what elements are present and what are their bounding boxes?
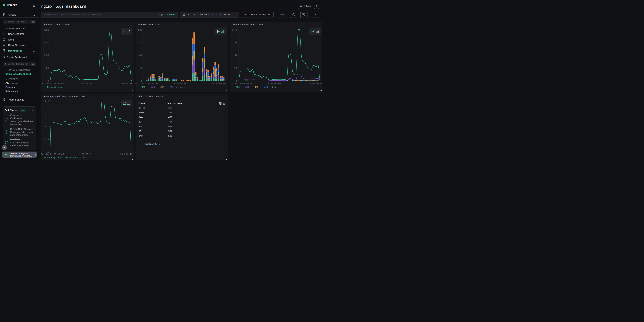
svg-text:0: 0 — [48, 80, 49, 82]
svg-text:1.4: 1.4 — [45, 100, 49, 102]
svg-text:3.2K: 3.2K — [44, 29, 49, 32]
svg-text:Request count: Request count — [47, 86, 64, 88]
svg-text:400: 400 — [254, 86, 258, 88]
svg-text:Loading...: Loading... — [145, 142, 160, 146]
svg-text:0: 0 — [236, 80, 237, 82]
svg-text:294: 294 — [138, 120, 142, 123]
svg-text:Oct 20 11:00:00 AM: Oct 20 11:00:00 AM — [41, 82, 64, 85]
svg-text:500: 500 — [168, 125, 172, 128]
svg-text:502: 502 — [170, 86, 174, 88]
svg-text:700: 700 — [234, 67, 237, 70]
svg-text:+3 more: +3 more — [270, 86, 279, 88]
svg-text:9:30:00 PM: 9:30:00 PM — [174, 82, 186, 85]
svg-text:11:00:00 AM: 11:00:00 AM — [118, 153, 132, 156]
svg-text:9:30:00 PM: 9:30:00 PM — [268, 82, 280, 85]
svg-text:10:30:00 AM: 10:30:00 AM — [212, 82, 226, 85]
svg-text:340: 340 — [138, 135, 142, 137]
svg-text:Count: Count — [138, 102, 146, 105]
svg-text:344: 344 — [138, 116, 142, 118]
svg-text:9:30:00 PM: 9:30:00 PM — [79, 82, 92, 85]
svg-text:Oct 20 11:00:00 AM: Oct 20 11:00:00 AM — [230, 82, 252, 85]
svg-text:140: 140 — [138, 54, 142, 56]
svg-text:70: 70 — [140, 67, 142, 70]
svg-text:800: 800 — [45, 67, 49, 70]
svg-text:500: 500 — [160, 86, 164, 88]
svg-text:2.8K: 2.8K — [232, 29, 238, 32]
svg-text:502: 502 — [168, 130, 172, 132]
svg-text:210: 210 — [138, 42, 142, 44]
svg-text:400: 400 — [142, 86, 146, 88]
svg-text:200: 200 — [236, 86, 240, 88]
svg-text:23798: 23798 — [138, 106, 146, 109]
svg-text:Average upstream response time: Average upstream response time — [47, 156, 85, 159]
svg-text:Oct 20 11:00:00 AM: Oct 20 11:00:00 AM — [136, 82, 158, 85]
svg-text:280: 280 — [138, 29, 142, 32]
svg-text:2.1K: 2.1K — [232, 42, 238, 44]
svg-text:344: 344 — [138, 125, 142, 128]
svg-text:404: 404 — [168, 120, 172, 123]
svg-text:Status code: Status code — [168, 102, 182, 105]
svg-text:9:30:00 PM: 9:30:00 PM — [79, 153, 92, 156]
svg-text:400: 400 — [168, 116, 172, 118]
svg-text:0.35: 0.35 — [44, 138, 49, 141]
svg-text:1.1: 1.1 — [45, 113, 49, 115]
svg-text:2.4K: 2.4K — [44, 42, 49, 44]
svg-text:1.4K: 1.4K — [232, 54, 238, 56]
svg-text:0: 0 — [140, 80, 142, 82]
svg-text:+1 more: +1 more — [176, 86, 185, 88]
svg-text:2708: 2708 — [138, 111, 144, 114]
svg-text:Oct 20 11:00:00 AM: Oct 20 11:00:00 AM — [41, 153, 64, 156]
svg-text:352: 352 — [138, 130, 142, 132]
svg-text:1.6K: 1.6K — [44, 54, 49, 56]
svg-text:200: 200 — [168, 106, 172, 109]
svg-text:304: 304 — [245, 86, 249, 88]
svg-text:11:00:00 AM: 11:00:00 AM — [118, 82, 132, 85]
svg-text:304: 304 — [168, 111, 172, 114]
svg-text:404: 404 — [264, 86, 268, 88]
svg-text:404: 404 — [151, 86, 155, 88]
svg-text:0.7: 0.7 — [45, 126, 49, 128]
svg-text:503: 503 — [168, 135, 172, 137]
svg-text:11:00:00 AM: 11:00:00 AM — [309, 82, 322, 85]
